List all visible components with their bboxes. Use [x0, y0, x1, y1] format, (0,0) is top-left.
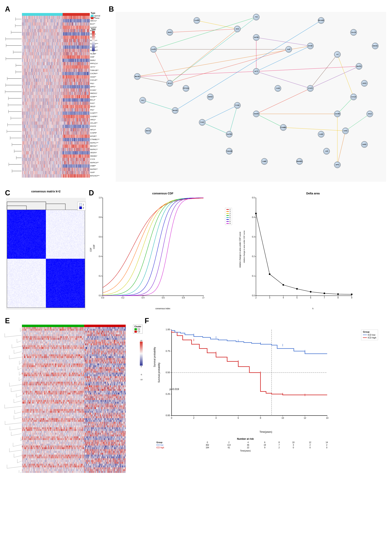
k8-item: 8: [226, 220, 231, 222]
survival-plot-canvas: [156, 324, 335, 428]
gene-label: FAS**: [90, 102, 109, 104]
time-axis-label: Time(years): [156, 450, 335, 452]
gene-label: VEGFA*: [90, 152, 109, 154]
consensus-title: consensus matrix k=2: [4, 188, 88, 193]
normal-legend-item: Normal: [91, 15, 100, 17]
icd-low-t6: 19: [256, 444, 273, 446]
cdf-legend: 2 3 4 5 6 7 8 9: [225, 208, 232, 225]
survival-legend: Group ICD low ICD high: [361, 330, 378, 340]
c1-legend-color: [134, 328, 137, 330]
gene-label: CASP9*: [90, 132, 109, 134]
gene-label: CTNNB1***: [90, 138, 109, 140]
e-scale-0: 0: [141, 366, 142, 368]
panel-f: F Survival probability Time(years) p=0.0…: [144, 316, 388, 479]
k3-label: 3: [229, 210, 231, 212]
gene-label: BECN1**: [90, 145, 109, 147]
tumor-legend-color: [91, 17, 94, 19]
delta-plot-canvas: [242, 196, 358, 306]
survival-yaxis-label: Survival probability: [153, 347, 156, 367]
icd-high-t12: 0: [302, 446, 318, 449]
icd-high-t8: 2: [273, 446, 285, 449]
heatmap-a-type-bar: [22, 13, 90, 16]
delta-title: Delta area: [238, 188, 388, 195]
k7-label: 7: [229, 218, 231, 220]
delta-xaxis-label: k: [312, 307, 313, 310]
cdf-title: consensus CDF: [88, 188, 238, 195]
gene-label: FN1*: [90, 82, 109, 85]
legend-item-1: 1: [79, 203, 84, 206]
icd-high-t6: 9: [256, 446, 273, 449]
panel-e: E Cluster C1 C2: [4, 316, 144, 479]
e-scale-neg5: -5: [140, 374, 142, 376]
gene-label: HMGB1*: [90, 155, 109, 157]
gene-label: MAPK1**: [90, 148, 109, 150]
k6-item: 6: [226, 216, 231, 218]
gene-label: CXCL8**: [90, 79, 109, 81]
c2-legend-label: C2: [138, 330, 140, 333]
gene-label: HMOX1*: [90, 92, 109, 94]
tumor-legend-item: Tumor: [91, 17, 100, 19]
k5-item: 5: [226, 214, 231, 216]
heatmap-e-dendrogram: [4, 327, 21, 473]
group-col-header: Group: [156, 441, 196, 444]
panel-a-label: A: [5, 5, 10, 13]
cdf-xaxis-label: consensus index: [155, 307, 170, 310]
icd-low-t14: 2: [318, 444, 335, 446]
c1-legend-item: C1: [134, 328, 141, 330]
p-value-text: p=0.019: [169, 388, 179, 391]
icd-low-row: ICD low 302 114 46 19 7 3 2 2: [156, 444, 335, 446]
t14-header: 14: [318, 441, 335, 444]
gene-label: AKT1*: [90, 66, 109, 68]
panel-e-label: E: [5, 317, 10, 325]
icd-low-t2: 114: [218, 444, 240, 446]
gene-label: BAX**: [90, 23, 109, 25]
gene-label: FN1*: [90, 109, 109, 111]
gene-label: CXCR4**: [90, 72, 109, 74]
gene-label: SELE*: [90, 105, 109, 108]
k9-item: 9: [226, 222, 231, 224]
gene-label: TUBA1B**: [90, 69, 109, 71]
gene-label: MAPK1***: [90, 142, 109, 144]
risk-table-data: Group 0 2 4 6 8 10 12 14 ICD low 302 114: [156, 441, 335, 449]
icd-low-row-label: ICD low: [156, 444, 196, 446]
gene-label: ICAM1*: [90, 89, 109, 91]
icd-low-t12: 2: [302, 444, 318, 446]
panel-d: D consensus CDF 2 3 4 5 6 7 8 9 consensu…: [88, 188, 388, 312]
figure-container: A CDH1* ABCC1* BAX** CASP6* BAK1* HSFK1 …: [0, 0, 392, 484]
legend-item-2: 2: [79, 206, 84, 209]
gene-label: CFLAR**: [90, 122, 109, 124]
gene-label: CASP7**: [90, 112, 109, 114]
panel-d-left: consensus CDF 2 3 4 5 6 7 8 9 consensus …: [88, 188, 238, 312]
normal-legend-label: Normal: [94, 15, 100, 17]
panel-a: A CDH1* ABCC1* BAX** CASP6* BAK1* HSFK1 …: [4, 4, 108, 184]
e-scale-gradient: [140, 342, 143, 366]
legend-color-2: [79, 206, 82, 209]
gene-label: CNBP*: [90, 165, 109, 167]
gene-label: DDR1*: [90, 59, 109, 61]
gene-label: HIF1A*: [90, 129, 109, 131]
type-legend: Type Normal Tumor: [91, 12, 100, 19]
scale-val2: -5: [93, 53, 94, 55]
gene-label: CD38***: [90, 96, 109, 98]
heatmap-e-colorscale: 10 0 -5 -10: [140, 340, 143, 381]
gene-label: STAT3*: [90, 125, 109, 127]
panel-f-label: F: [145, 317, 149, 325]
heatmap-a-dendrogram: [4, 16, 21, 178]
risk-table: Number at risk Group 0 2 4 6 8 10 12 14: [156, 437, 335, 452]
panel-d-label: D: [89, 189, 94, 197]
icd-low-t10: 3: [285, 444, 302, 446]
icd-high-t10: 0: [285, 446, 302, 449]
t8-header: 8: [273, 441, 285, 444]
icd-high-t0: 164: [196, 446, 218, 449]
t2-header: 2: [218, 441, 240, 444]
cluster-legend: Cluster C1 C2: [133, 325, 143, 334]
t6-header: 6: [256, 441, 273, 444]
k9-label: 9: [229, 222, 231, 224]
colorscale-title: Type: [91, 28, 96, 30]
gene-label: MAPK14**: [90, 162, 109, 164]
k4-item: 4: [226, 212, 231, 214]
icd-high-t2: 61: [218, 446, 240, 449]
c1-legend-label: C1: [138, 328, 140, 330]
normal-legend-color: [91, 15, 94, 17]
gene-label: CD44**: [90, 76, 109, 78]
